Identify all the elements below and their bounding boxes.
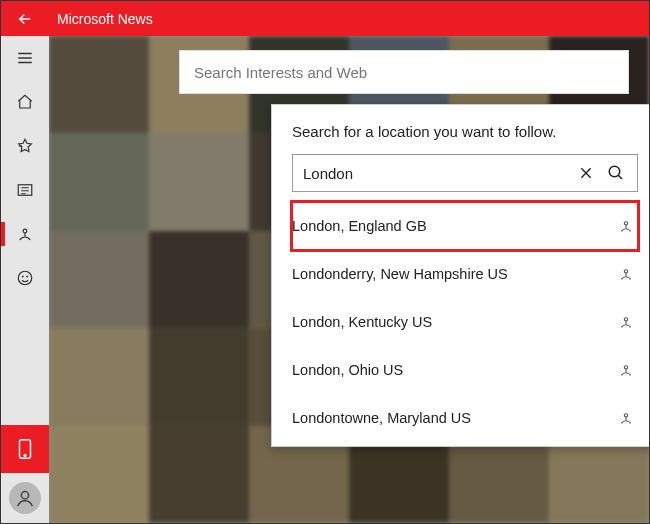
search-icon[interactable] (601, 158, 631, 188)
svg-point-6 (24, 455, 26, 457)
map-pin-icon (614, 410, 638, 426)
map-pin-icon (614, 218, 638, 234)
popup-title: Search for a location you want to follow… (272, 105, 649, 154)
clear-icon[interactable] (571, 158, 601, 188)
location-popup: Search for a location you want to follow… (271, 104, 649, 447)
map-pin-icon (614, 314, 638, 330)
search-placeholder: Search Interests and Web (194, 64, 367, 81)
result-label: Londontowne, Maryland US (292, 410, 471, 426)
location-input-row (292, 154, 638, 192)
result-label: London, Kentucky US (292, 314, 432, 330)
smiley-icon[interactable] (1, 256, 49, 300)
titlebar: Microsoft News (1, 1, 649, 36)
location-result[interactable]: London, Ohio US (292, 346, 638, 394)
home-icon[interactable] (1, 80, 49, 124)
search-input[interactable]: Search Interests and Web (179, 50, 629, 94)
map-pin-icon (614, 266, 638, 282)
news-icon[interactable] (1, 168, 49, 212)
results-list: London, England GBLondonderry, New Hamps… (272, 202, 649, 442)
sidebar (1, 36, 49, 523)
svg-point-1 (23, 229, 27, 233)
location-result[interactable]: London, England GB (292, 202, 638, 250)
phone-icon[interactable] (1, 425, 49, 473)
svg-point-10 (624, 270, 627, 273)
map-pin-icon (614, 362, 638, 378)
hamburger-icon[interactable] (1, 36, 49, 80)
svg-point-7 (21, 492, 28, 499)
svg-point-2 (18, 271, 32, 285)
location-input[interactable] (303, 165, 571, 182)
svg-point-8 (609, 166, 620, 177)
back-button[interactable] (1, 1, 49, 36)
result-label: Londonderry, New Hampshire US (292, 266, 508, 282)
svg-point-11 (624, 318, 627, 321)
star-icon[interactable] (1, 124, 49, 168)
user-avatar[interactable] (1, 473, 49, 523)
svg-point-3 (22, 276, 23, 277)
svg-point-12 (624, 366, 627, 369)
result-label: London, Ohio US (292, 362, 403, 378)
location-result[interactable]: Londonderry, New Hampshire US (292, 250, 638, 298)
main-content: Search Interests and Web Search for a lo… (49, 36, 649, 523)
location-icon[interactable] (1, 212, 49, 256)
result-label: London, England GB (292, 218, 427, 234)
location-result[interactable]: London, Kentucky US (292, 298, 638, 346)
svg-point-4 (27, 276, 28, 277)
app-title: Microsoft News (57, 11, 153, 27)
svg-point-9 (624, 222, 627, 225)
svg-point-13 (624, 414, 627, 417)
location-result[interactable]: Londontowne, Maryland US (292, 394, 638, 442)
